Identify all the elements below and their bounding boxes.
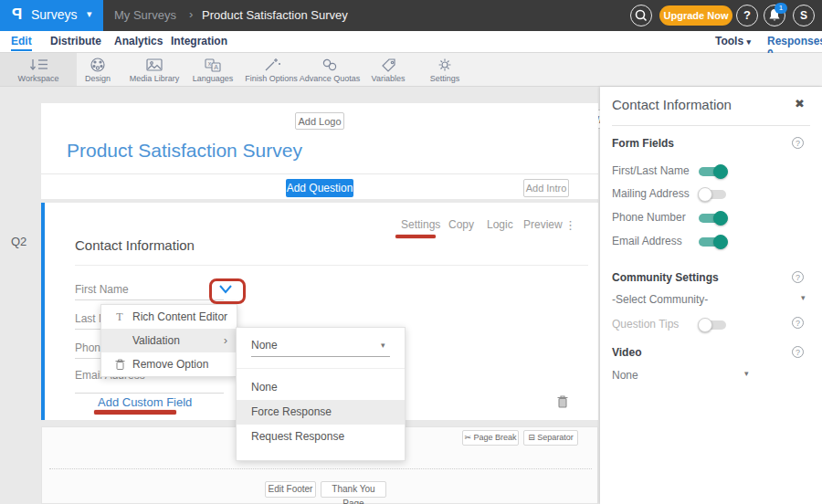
option-none[interactable]: None bbox=[237, 375, 405, 400]
toggle-question-tips[interactable] bbox=[699, 320, 726, 330]
annotation-underline-add-custom-field bbox=[94, 410, 176, 415]
svg-text:A: A bbox=[214, 64, 218, 70]
video-heading: Video bbox=[612, 346, 641, 359]
questionpro-logo-icon: P bbox=[12, 5, 22, 24]
help-button[interactable]: ? bbox=[736, 5, 758, 26]
search-icon bbox=[631, 5, 651, 26]
question-action-preview[interactable]: Preview bbox=[523, 218, 563, 231]
toggle-phone-number[interactable] bbox=[699, 214, 726, 223]
tab-analytics[interactable]: Analytics bbox=[114, 35, 163, 47]
avatar-initial: S bbox=[800, 9, 807, 22]
toolbar-item-media-library[interactable]: Media Library bbox=[121, 53, 188, 86]
toolbar-item-finish-options[interactable]: Finish Options bbox=[239, 53, 303, 86]
caret-down-icon[interactable]: ▾ bbox=[744, 369, 749, 378]
field-underline bbox=[75, 393, 224, 394]
breadcrumb-separator: › bbox=[189, 7, 193, 21]
validation-select-value[interactable]: None bbox=[251, 339, 278, 352]
question-title[interactable]: Contact Information bbox=[75, 237, 195, 253]
tab-distribute[interactable]: Distribute bbox=[50, 35, 101, 47]
option-force-response[interactable]: Force Response bbox=[237, 400, 405, 425]
media-library-icon bbox=[121, 57, 188, 73]
help-icon: ? bbox=[743, 8, 751, 22]
survey-nav-bar: Edit Distribute Analytics Integration To… bbox=[0, 31, 822, 53]
close-icon[interactable]: ✖ bbox=[795, 97, 805, 110]
tools-menu[interactable]: Tools ▾ bbox=[715, 35, 751, 47]
text-format-icon: T bbox=[112, 305, 127, 329]
languages-icon: A x bbox=[181, 57, 245, 73]
notifications-button[interactable]: 1 bbox=[764, 5, 785, 26]
toolbar-item-advance-quotas[interactable]: Advance Quotas bbox=[296, 53, 364, 86]
add-question-button[interactable]: Add Question bbox=[286, 179, 353, 197]
chevron-down-icon: ▾ bbox=[746, 37, 751, 47]
annotation-circle-chevron bbox=[209, 278, 246, 304]
field-context-menu: T Rich Content Editor Validation › Remov… bbox=[100, 304, 237, 377]
page-dotted-divider bbox=[49, 468, 592, 469]
trash-icon bbox=[112, 352, 127, 379]
thank-you-page-button[interactable]: Thank You Page bbox=[321, 481, 386, 498]
chevron-down-icon: ▾ bbox=[87, 8, 92, 20]
user-avatar[interactable]: S bbox=[793, 5, 815, 26]
app-menu-label: Surveys bbox=[31, 7, 78, 22]
question-action-copy[interactable]: Copy bbox=[448, 218, 474, 231]
divider bbox=[41, 173, 598, 174]
separator-button[interactable]: ⊟ Separator bbox=[523, 430, 578, 446]
kebab-menu-icon[interactable]: ⋮ bbox=[564, 218, 576, 232]
menu-item-remove-option[interactable]: Remove Option bbox=[101, 352, 237, 376]
breadcrumb-parent[interactable]: My Surveys bbox=[114, 8, 176, 22]
survey-title[interactable]: Product Satisfaction Survey bbox=[67, 140, 302, 162]
upgrade-now-button[interactable]: Upgrade Now bbox=[659, 5, 732, 26]
add-logo-button[interactable]: Add Logo bbox=[295, 112, 344, 130]
toggle-mailing-address[interactable] bbox=[699, 190, 726, 199]
question-action-logic[interactable]: Logic bbox=[487, 218, 513, 231]
help-icon[interactable]: ? bbox=[792, 346, 804, 358]
menu-item-rich-content-editor[interactable]: T Rich Content Editor bbox=[101, 305, 237, 329]
toolbar-item-settings[interactable]: Settings bbox=[413, 53, 477, 86]
product-switcher[interactable]: P Surveys ▾ bbox=[0, 0, 103, 31]
editor-toolbar: Workspace Design Media Libr bbox=[0, 53, 822, 87]
help-icon[interactable]: ? bbox=[792, 271, 804, 283]
select-underline bbox=[251, 356, 390, 357]
divider bbox=[75, 265, 588, 266]
caret-down-icon: ▾ bbox=[381, 341, 385, 350]
caret-down-icon[interactable]: ▾ bbox=[801, 293, 806, 302]
question-action-settings[interactable]: Settings bbox=[401, 218, 440, 231]
toggle-label-email-address: Email Address bbox=[612, 235, 682, 247]
questionpro-survey-editor: P Surveys ▾ My Surveys › Product Satisfa… bbox=[0, 0, 822, 504]
toolbar-item-languages[interactable]: A x Languages bbox=[181, 53, 245, 86]
community-settings-heading: Community Settings bbox=[612, 271, 719, 284]
separator-icon: ⊟ bbox=[528, 433, 535, 442]
toolbar-item-variables[interactable]: Variables bbox=[356, 53, 420, 86]
field-underline bbox=[75, 299, 224, 300]
divider bbox=[237, 368, 405, 369]
scissors-icon: ✂ bbox=[464, 433, 471, 442]
help-icon[interactable]: ? bbox=[792, 317, 804, 329]
menu-item-validation[interactable]: Validation › bbox=[101, 329, 237, 352]
option-request-response[interactable]: Request Response bbox=[237, 425, 405, 449]
tab-integration[interactable]: Integration bbox=[171, 35, 227, 47]
annotation-underline-settings bbox=[395, 235, 436, 238]
chain-links-icon bbox=[296, 57, 364, 73]
add-custom-field-link[interactable]: Add Custom Field bbox=[98, 395, 192, 409]
tab-edit[interactable]: Edit bbox=[11, 35, 32, 51]
question-tips-label: Question Tips bbox=[612, 318, 679, 331]
trash-icon[interactable] bbox=[556, 394, 569, 409]
survey-header-card: Add Logo Product Satisfaction Survey Add… bbox=[41, 103, 598, 199]
panel-title: Contact Information bbox=[612, 97, 732, 112]
toggle-first-last-name[interactable] bbox=[699, 167, 726, 176]
add-intro-button[interactable]: Add Intro bbox=[523, 179, 569, 197]
community-select[interactable]: -Select Community- bbox=[612, 293, 708, 306]
edit-footer-button[interactable]: Edit Footer bbox=[265, 481, 316, 498]
help-icon[interactable]: ? bbox=[792, 137, 804, 149]
video-select[interactable]: None bbox=[612, 369, 638, 382]
search-button[interactable] bbox=[630, 5, 652, 26]
toggle-label-mailing-address: Mailing Address bbox=[612, 187, 690, 200]
question-number-label: Q2 bbox=[11, 235, 26, 248]
field-label-first-name[interactable]: First Name bbox=[75, 283, 129, 296]
top-bar: P Surveys ▾ My Surveys › Product Satisfa… bbox=[0, 0, 822, 31]
magic-wand-icon bbox=[239, 57, 303, 73]
page-break-button[interactable]: ✂ Page Break bbox=[462, 430, 519, 446]
svg-text:x: x bbox=[208, 60, 212, 67]
form-fields-heading: Form Fields bbox=[612, 137, 674, 150]
toggle-email-address[interactable] bbox=[699, 237, 726, 247]
notification-badge: 1 bbox=[775, 3, 787, 14]
